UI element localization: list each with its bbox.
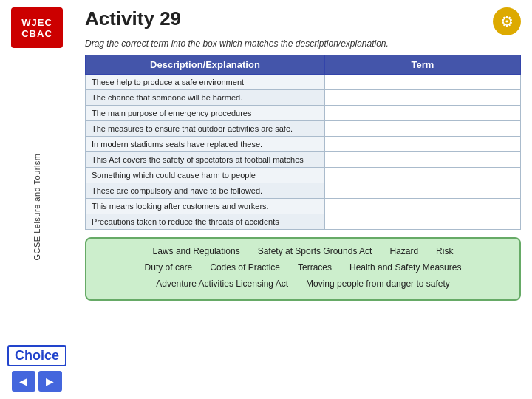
title-row: Activity 29 ⚙ bbox=[85, 7, 521, 35]
term-cell[interactable] bbox=[324, 214, 520, 230]
sidebar-subject-label: GCSE Leisure and Tourism bbox=[33, 153, 41, 260]
match-table: Description/Explanation Term These help … bbox=[85, 55, 521, 230]
settings-icon[interactable]: ⚙ bbox=[493, 7, 521, 35]
term-cell[interactable] bbox=[324, 152, 520, 168]
term-item[interactable]: Moving people from danger to safety bbox=[303, 277, 453, 290]
description-cell: This Act covers the safety of spectators… bbox=[86, 152, 325, 168]
table-row: The chance that someone will be harmed. bbox=[86, 90, 521, 106]
table-row: The measures to ensure that outdoor acti… bbox=[86, 121, 521, 137]
table-row: Precautions taken to reduce the threats … bbox=[86, 214, 521, 230]
term-cell[interactable] bbox=[324, 183, 520, 199]
logo-cbac-text: CBAC bbox=[21, 28, 52, 39]
table-row: Something which could cause harm to peop… bbox=[86, 168, 521, 183]
term-cell[interactable] bbox=[324, 168, 520, 183]
table-row: These help to produce a safe environment bbox=[86, 75, 521, 90]
wjec-logo: WJEC CBAC bbox=[11, 7, 63, 48]
logo-wjec-text: WJEC bbox=[21, 17, 52, 28]
terms-row: Adventure Activities Licensing ActMoving… bbox=[95, 277, 511, 290]
description-cell: The chance that someone will be harmed. bbox=[86, 90, 325, 106]
term-item[interactable]: Health and Safety Measures bbox=[347, 261, 464, 274]
description-cell: These are compulsory and have to be foll… bbox=[86, 183, 325, 199]
terms-bank: Laws and RegulationsSafety at Sports Gro… bbox=[85, 237, 521, 301]
description-cell: The measures to ensure that outdoor acti… bbox=[86, 121, 325, 137]
description-cell: In modern stadiums seats have replaced t… bbox=[86, 137, 325, 152]
term-item[interactable]: Laws and Regulations bbox=[150, 245, 243, 258]
term-item[interactable]: Risk bbox=[433, 245, 456, 258]
terms-row: Duty of careCodes of PracticeTerracesHea… bbox=[95, 261, 511, 274]
main-content: Activity 29 ⚙ Drag the correct term into… bbox=[74, 0, 532, 399]
term-cell[interactable] bbox=[324, 121, 520, 137]
term-item[interactable]: Terraces bbox=[295, 261, 335, 274]
description-cell: Precautions taken to reduce the threats … bbox=[86, 214, 325, 230]
choice-label: Choice bbox=[7, 345, 66, 366]
term-cell[interactable] bbox=[324, 75, 520, 90]
page-subtitle: Drag the correct term into the box which… bbox=[85, 38, 521, 49]
terms-row: Laws and RegulationsSafety at Sports Gro… bbox=[95, 245, 511, 258]
table-row: This means looking after customers and w… bbox=[86, 199, 521, 214]
table-row: In modern stadiums seats have replaced t… bbox=[86, 137, 521, 152]
nav-buttons: ◀ ▶ bbox=[12, 371, 62, 392]
table-row: The main purpose of emergency procedures bbox=[86, 106, 521, 121]
term-cell[interactable] bbox=[324, 199, 520, 214]
col-description-header: Description/Explanation bbox=[86, 55, 325, 75]
term-item[interactable]: Safety at Sports Grounds Act bbox=[255, 245, 375, 258]
description-cell: These help to produce a safe environment bbox=[86, 75, 325, 90]
table-row: This Act covers the safety of spectators… bbox=[86, 152, 521, 168]
col-term-header: Term bbox=[324, 55, 520, 75]
next-button[interactable]: ▶ bbox=[38, 371, 62, 392]
sidebar: WJEC CBAC GCSE Leisure and Tourism Choic… bbox=[0, 0, 74, 399]
page-title: Activity 29 bbox=[85, 7, 181, 30]
description-cell: Something which could cause harm to peop… bbox=[86, 168, 325, 183]
sidebar-nav: Choice ◀ ▶ bbox=[7, 345, 66, 399]
term-cell[interactable] bbox=[324, 90, 520, 106]
description-cell: The main purpose of emergency procedures bbox=[86, 106, 325, 121]
term-item[interactable]: Codes of Practice bbox=[207, 261, 283, 274]
table-row: These are compulsory and have to be foll… bbox=[86, 183, 521, 199]
term-cell[interactable] bbox=[324, 137, 520, 152]
term-item[interactable]: Hazard bbox=[386, 245, 421, 258]
description-cell: This means looking after customers and w… bbox=[86, 199, 325, 214]
term-cell[interactable] bbox=[324, 106, 520, 121]
term-item[interactable]: Duty of care bbox=[142, 261, 196, 274]
prev-button[interactable]: ◀ bbox=[12, 371, 35, 392]
term-item[interactable]: Adventure Activities Licensing Act bbox=[153, 277, 291, 290]
